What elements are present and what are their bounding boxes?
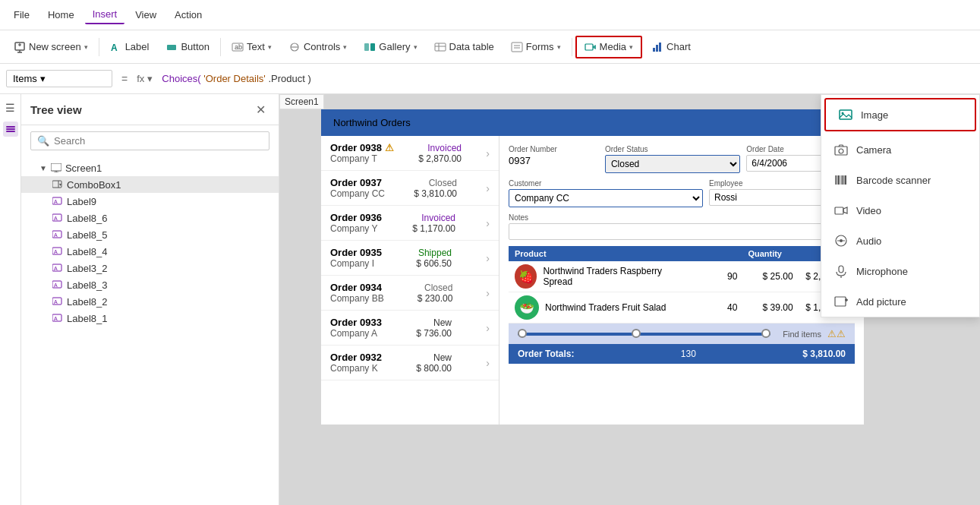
chart-label: Chart	[666, 41, 691, 52]
warn-icon-slider: ⚠	[827, 328, 837, 339]
tree-view-panel: Tree view ✕ 🔍 ▼ Screen1 ▾	[21, 94, 279, 505]
dropdown-item-video[interactable]: Video	[821, 195, 979, 226]
button-button[interactable]: Button	[158, 37, 217, 57]
product-table-header: Product Quantity Unit Pr	[509, 246, 855, 261]
chart-button[interactable]: Chart	[644, 37, 698, 57]
list-item[interactable]: Order 0936 Company Y Invoiced $ 1,170.00…	[321, 206, 499, 241]
app-header: Northwind Orders 🗑	[321, 109, 864, 136]
dropdown-item-image[interactable]: Image	[824, 98, 976, 131]
list-item[interactable]: Order 0938 ⚠ Company T Invoiced $ 2,870.…	[321, 136, 499, 171]
dropdown-item-audio[interactable]: Audio	[821, 226, 979, 256]
label8-4-label: Label8_4	[67, 246, 108, 257]
camera-label: Camera	[856, 144, 891, 156]
layers-icon[interactable]	[3, 122, 18, 137]
app-body: Order 0938 ⚠ Company T Invoiced $ 2,870.…	[321, 136, 864, 425]
add-picture-label: Add picture	[856, 296, 906, 308]
menu-view[interactable]: View	[128, 6, 164, 24]
list-item[interactable]: Order 0934 Company BB Closed $ 230.00 ›	[321, 276, 499, 311]
text-button[interactable]: ab Text ▾	[224, 37, 279, 57]
tree-item-label8-2[interactable]: A Label8_2	[21, 293, 279, 310]
screen-label[interactable]: Screen1	[279, 94, 324, 109]
notes-input[interactable]	[509, 223, 855, 240]
product-row-1[interactable]: 🍓 Northwind Traders Raspberry Spread 90 …	[509, 261, 855, 292]
formula-str: 'Order Details'	[203, 73, 266, 84]
dropdown-item-add-picture[interactable]: Add picture	[821, 286, 979, 317]
media-button[interactable]: Media ▾	[575, 36, 642, 58]
product-qty-2: 40	[682, 302, 737, 313]
tree-item-screen1[interactable]: ▼ Screen1	[21, 159, 279, 176]
forms-label: Forms	[526, 41, 554, 52]
date-value: 6/4/2006	[752, 158, 787, 169]
tree-close-button[interactable]: ✕	[251, 100, 269, 118]
gallery-button[interactable]: Gallery ▾	[356, 37, 424, 57]
label-button[interactable]: A Label	[102, 37, 157, 57]
tree-title: Tree view	[30, 103, 82, 116]
media-dropdown-menu: Image Camera Barcode scanner	[821, 94, 980, 317]
items-dropdown[interactable]: Items ▾	[6, 70, 112, 87]
dropdown-item-microphone[interactable]: Microphone	[821, 256, 979, 286]
slider-handle-start[interactable]	[518, 329, 527, 338]
menu-insert[interactable]: Insert	[85, 5, 125, 24]
gallery-label: Gallery	[379, 41, 410, 52]
hamburger-menu-icon[interactable]: ☰	[3, 100, 18, 115]
order-number: Order 0934	[330, 282, 384, 293]
data-table-button[interactable]: Data table	[427, 37, 502, 57]
tree-item-label8-6[interactable]: A Label8_6	[21, 210, 279, 226]
label-icon-tree-5: A	[52, 262, 64, 274]
menu-action[interactable]: Action	[167, 6, 210, 24]
label-icon-tree: A	[52, 195, 64, 207]
microphone-label: Microphone	[856, 266, 908, 277]
customer-select[interactable]: Company CC Company T	[509, 189, 703, 207]
order-status: Invoiced	[418, 143, 462, 153]
slider-handle-end[interactable]	[761, 329, 770, 338]
order-status-select[interactable]: Closed Invoiced Shipped New	[605, 155, 740, 173]
product-image-1: 🍓	[515, 264, 537, 289]
product-unit-1: $ 25.00	[737, 271, 793, 282]
data-table-label: Data table	[449, 41, 494, 52]
tree-item-label8-3[interactable]: A Label8_3	[21, 276, 279, 293]
list-item[interactable]: Order 0933 Company A New $ 736.00 ›	[321, 311, 499, 346]
menu-home[interactable]: Home	[40, 6, 82, 24]
list-item[interactable]: Order 0937 Company CC Closed $ 3,810.00 …	[321, 171, 499, 206]
product-name-2: 🥗 Northwind Traders Fruit Salad	[515, 295, 682, 320]
tree-item-combobox1[interactable]: ▾ ComboBox1	[21, 176, 279, 193]
slider-handle-mid[interactable]	[632, 329, 641, 338]
product-row-2[interactable]: 🥗 Northwind Traders Fruit Salad 40 $ 39.…	[509, 292, 855, 324]
order-amount: $ 606.50	[416, 258, 452, 269]
new-screen-button[interactable]: New screen ▾	[6, 37, 96, 57]
tree-item-label3-2[interactable]: A Label3_2	[21, 260, 279, 276]
label8-1-label: Label8_1	[67, 313, 108, 324]
svg-rect-12	[370, 43, 375, 51]
controls-button[interactable]: Controls ▾	[281, 37, 355, 57]
tree-search-box[interactable]: 🔍	[30, 131, 269, 150]
combobox-icon: ▾	[52, 178, 64, 191]
slider-area[interactable]: Find items ⚠	[518, 328, 837, 339]
search-input[interactable]	[54, 135, 263, 147]
button-icon	[165, 41, 178, 53]
order-amount: $ 736.00	[416, 328, 452, 339]
svg-rect-23	[659, 43, 661, 52]
formula-content[interactable]: Choices( 'Order Details' .Product )	[156, 73, 974, 84]
tree-item-label9[interactable]: A Label9	[21, 193, 279, 210]
svg-rect-21	[653, 48, 655, 52]
dropdown-item-barcode[interactable]: Barcode scanner	[821, 165, 979, 195]
product-qty-1: 90	[682, 271, 737, 282]
menu-file[interactable]: File	[6, 6, 37, 24]
tree-item-label8-5[interactable]: A Label8_5	[21, 226, 279, 243]
col-product-header: Product	[515, 249, 715, 258]
list-item[interactable]: Order 0932 Company K New $ 800.00 ›	[321, 346, 499, 380]
media-chevron: ▾	[629, 43, 633, 51]
chevron-right-icon: ›	[486, 357, 490, 369]
order-status-field: Order Status Closed Invoiced Shipped New	[605, 145, 740, 173]
svg-rect-11	[364, 43, 369, 51]
detail-row-2: Customer Company CC Company T Employee	[509, 179, 855, 207]
tree-item-label8-1[interactable]: A Label8_1	[21, 310, 279, 327]
footer-slider-bar: Find items ⚠ ⚠	[509, 324, 855, 344]
forms-button[interactable]: Forms ▾	[503, 37, 569, 57]
list-item[interactable]: Order 0935 Company I Shipped $ 606.50 ›	[321, 241, 499, 276]
tree-item-label8-4[interactable]: A Label8_4	[21, 243, 279, 260]
label-icon-tree-8: A	[52, 312, 64, 324]
slider-track[interactable]	[518, 333, 770, 336]
dropdown-item-camera[interactable]: Camera	[821, 134, 979, 165]
chevron-right-icon: ›	[486, 322, 490, 334]
